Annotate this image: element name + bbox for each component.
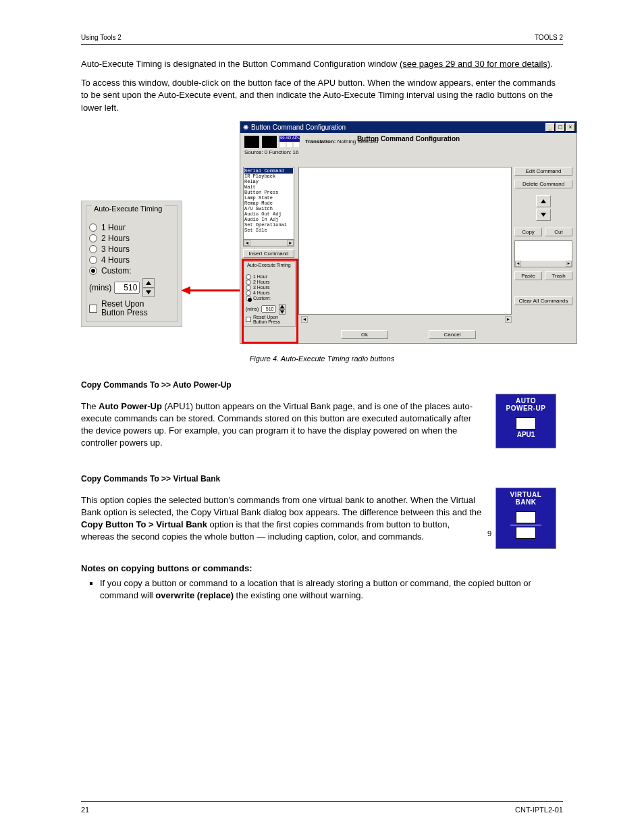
maximize-button[interactable]: □ <box>556 123 565 132</box>
svg-marker-6 <box>541 199 546 203</box>
timing-groupbox-title: Auto-Execute Timing <box>92 205 165 213</box>
svg-marker-3 <box>181 286 190 294</box>
source-function-line: Source: 0 Function: 16 <box>244 149 572 155</box>
main-hscroll[interactable]: ◄► <box>301 316 512 323</box>
mini-mins-input[interactable] <box>261 305 276 313</box>
figure-caption: Figure 4. Auto-Execute Timing radio butt… <box>81 355 563 363</box>
listbox-hscroll[interactable]: ◄► <box>244 239 294 246</box>
insert-command-button[interactable]: Insert Command <box>243 249 294 258</box>
svg-marker-4 <box>280 305 284 308</box>
clear-all-button[interactable]: Clear All Commands <box>514 296 572 305</box>
mini-radio-1h[interactable]: 1 Hour <box>246 274 293 280</box>
selected-button-preview: 99 AR APU <box>279 136 300 148</box>
mini-radio-2h[interactable]: 2 Hours <box>246 280 293 285</box>
vb-button-graphic: VIRTUAL BANK <box>495 488 556 549</box>
intro-para-2: To access this window, double-click on t… <box>81 77 563 114</box>
clipboard-area: ◄► <box>514 240 572 267</box>
section-apu-title: Copy Commands To >> Auto Power-Up <box>81 380 563 390</box>
intro-para-1: Auto-Execute Timing is designated in the… <box>81 58 563 70</box>
delete-command-button[interactable]: Delete Command <box>514 180 572 188</box>
rule-top <box>81 44 563 45</box>
assigned-commands-area[interactable] <box>298 167 512 315</box>
paste-button[interactable]: Paste <box>514 271 542 280</box>
mini-radio-4h[interactable]: 4 Hours <box>246 290 293 296</box>
svg-marker-0 <box>146 281 151 285</box>
mini-radio-3h[interactable]: 3 Hours <box>246 285 293 290</box>
vb-number-label: 9 <box>487 529 491 538</box>
selector-grid-icon[interactable] <box>244 136 259 148</box>
header-left: Using Tools 2 <box>81 34 122 41</box>
radio-1h[interactable]: 1 Hour <box>89 223 174 232</box>
rule-bottom <box>81 801 563 802</box>
copy-button[interactable]: Copy <box>514 228 542 236</box>
reset-checkbox[interactable]: Reset Upon Button Press <box>89 300 174 317</box>
notes-item-1: If you copy a button or command to a loc… <box>100 577 563 601</box>
timing-panel-zoom: Auto-Execute Timing 1 Hour 2 Hours 3 Hou… <box>81 201 182 327</box>
dialog-heading: Button Command Configuration <box>357 135 460 142</box>
svg-marker-7 <box>541 213 546 217</box>
mins-spinner[interactable] <box>142 278 155 297</box>
close-button[interactable]: × <box>566 123 575 132</box>
minimize-button[interactable]: _ <box>545 123 555 132</box>
trash-button[interactable]: Trash <box>545 271 572 280</box>
edit-command-button[interactable]: Edit Command <box>514 167 572 176</box>
section-vb-title: Copy Commands To >> Virtual Bank <box>81 474 563 484</box>
mins-input[interactable] <box>114 282 140 294</box>
cut-button[interactable]: Cut <box>545 228 572 236</box>
radio-3h[interactable]: 3 Hours <box>89 244 174 254</box>
svg-marker-1 <box>146 290 151 294</box>
figure-area: Auto-Execute Timing 1 Hour 2 Hours 3 Hou… <box>81 121 563 350</box>
ok-button[interactable]: Ok <box>341 330 388 339</box>
dialog-titlebar[interactable]: ✺ Button Command Configuration _ □ × <box>240 122 576 133</box>
mini-spinner[interactable] <box>279 304 286 315</box>
notes-list: If you copy a button or command to a loc… <box>100 577 563 601</box>
cancel-button[interactable]: Cancel <box>429 330 476 339</box>
move-up-button[interactable] <box>536 195 551 207</box>
radio-4h[interactable]: 4 Hours <box>89 255 174 265</box>
header-right: TOOLS 2 <box>535 34 563 41</box>
mins-label: (mins) <box>89 283 111 292</box>
radio-2h[interactable]: 2 Hours <box>89 234 174 243</box>
notes-heading: Notes on copying buttons or commands: <box>81 563 563 573</box>
button-command-config-dialog: ✺ Button Command Configuration _ □ × But… <box>240 121 577 344</box>
doc-code: CNT-IPTL2-01 <box>515 806 563 814</box>
timing-panel-mini: Auto-Execute Timing 1 Hour 2 Hours 3 Hou… <box>243 261 296 327</box>
titlebar-gear-icon: ✺ <box>243 124 248 131</box>
svg-marker-5 <box>280 310 284 313</box>
section-apu-body: The Auto Power-Up (APU1) button appears … <box>81 400 482 450</box>
move-down-button[interactable] <box>536 209 551 221</box>
callout-arrow <box>181 286 248 295</box>
mini-radio-custom[interactable]: Custom: <box>246 296 293 301</box>
mini-reset-checkbox[interactable]: Reset Upon Button Press <box>246 315 293 324</box>
selector-grid2-icon[interactable] <box>262 136 277 148</box>
command-listbox[interactable]: Serial Command IR Playback Relay Wait Bu… <box>243 167 294 246</box>
spinner-down-icon[interactable] <box>142 288 155 297</box>
page-number: 21 <box>81 806 89 814</box>
apu-button-graphic: AUTO POWER-UP APU1 <box>495 394 556 448</box>
section-vb-body: This option copies the selected button's… <box>81 494 482 544</box>
spinner-up-icon[interactable] <box>142 278 155 288</box>
radio-custom[interactable]: Custom: <box>89 266 174 276</box>
